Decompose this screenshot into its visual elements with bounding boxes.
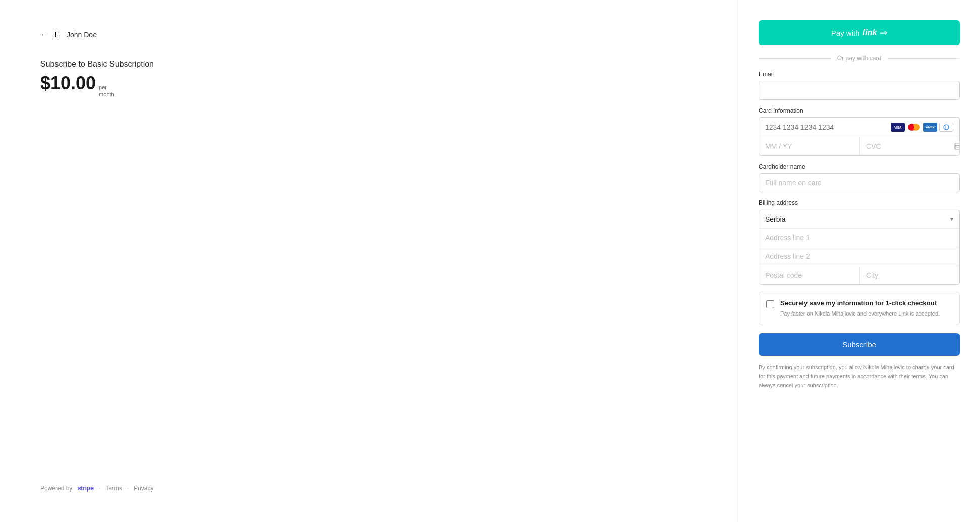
powered-by-text: Powered by bbox=[40, 485, 72, 492]
right-panel: Pay with link ⇒ Or pay with card Email C… bbox=[738, 0, 980, 522]
link-arrow-icon: ⇒ bbox=[880, 27, 887, 38]
footer: Powered by stripe · Terms · Privacy bbox=[40, 484, 153, 492]
postal-code-input[interactable] bbox=[759, 266, 860, 284]
page-container: ← 🖥 John Doe Subscribe to Basic Subscrip… bbox=[0, 0, 980, 522]
save-info-checkbox[interactable] bbox=[766, 300, 774, 308]
svg-point-2 bbox=[912, 124, 915, 131]
visa-icon: VISA bbox=[891, 123, 905, 132]
cvc-card-icon bbox=[954, 143, 960, 150]
dot-separator: · bbox=[99, 485, 100, 492]
card-number-input[interactable] bbox=[765, 123, 887, 131]
back-nav[interactable]: ← 🖥 John Doe bbox=[40, 30, 97, 39]
country-value: Serbia bbox=[765, 215, 950, 223]
save-info-sublabel: Pay faster on Nikola Mihajlovic and ever… bbox=[780, 310, 940, 317]
subscribe-button[interactable]: Subscribe bbox=[759, 333, 960, 356]
merchant-name: John Doe bbox=[67, 31, 97, 39]
stripe-logo: stripe bbox=[77, 484, 93, 492]
card-cvc-input[interactable] bbox=[866, 142, 954, 150]
privacy-link[interactable]: Privacy bbox=[134, 485, 153, 492]
country-select[interactable]: Serbia ▾ bbox=[759, 210, 959, 229]
svg-rect-6 bbox=[955, 145, 960, 146]
email-input[interactable] bbox=[759, 81, 960, 100]
left-panel: ← 🖥 John Doe Subscribe to Basic Subscrip… bbox=[0, 0, 738, 522]
address-line1-input[interactable] bbox=[759, 229, 959, 247]
cardholder-label: Cardholder name bbox=[759, 163, 960, 170]
save-info-title: Securely save my information for 1-click… bbox=[780, 299, 940, 307]
merchant-icon: 🖥 bbox=[53, 30, 62, 39]
price-row: $10.00 per month bbox=[40, 73, 114, 98]
card-cvc-row bbox=[860, 137, 960, 155]
card-number-row: VISA AMEX bbox=[759, 118, 959, 137]
card-exp-input[interactable] bbox=[759, 137, 860, 155]
diners-icon bbox=[939, 123, 953, 132]
link-brand-text: link bbox=[863, 28, 877, 37]
chevron-down-icon: ▾ bbox=[950, 216, 953, 223]
card-icons: VISA AMEX bbox=[891, 123, 953, 132]
svg-rect-7 bbox=[957, 147, 960, 148]
postal-city-row bbox=[759, 266, 959, 284]
price-amount: $10.00 bbox=[40, 73, 96, 94]
or-divider: Or pay with card bbox=[759, 55, 960, 62]
email-group: Email bbox=[759, 71, 960, 100]
or-divider-text: Or pay with card bbox=[837, 55, 881, 62]
card-info-box: VISA AMEX bbox=[759, 117, 960, 156]
mastercard-icon bbox=[907, 123, 921, 132]
cardholder-group: Cardholder name bbox=[759, 163, 960, 192]
save-info-text: Securely save my information for 1-click… bbox=[780, 299, 940, 318]
pay-with-link-button[interactable]: Pay with link ⇒ bbox=[759, 20, 960, 45]
card-info-label: Card information bbox=[759, 107, 960, 114]
card-exp-cvc-row bbox=[759, 137, 959, 155]
billing-address-label: Billing address bbox=[759, 199, 960, 206]
terms-link[interactable]: Terms bbox=[105, 485, 122, 492]
subscribe-title: Subscribe to Basic Subscription bbox=[40, 60, 154, 69]
card-info-group: Card information VISA AMEX bbox=[759, 107, 960, 156]
pay-with-text: Pay with bbox=[831, 29, 860, 37]
cardholder-input[interactable] bbox=[759, 173, 960, 192]
email-label: Email bbox=[759, 71, 960, 78]
price-period: per month bbox=[99, 84, 114, 98]
svg-point-3 bbox=[944, 125, 949, 130]
terms-text: By confirming your subscription, you all… bbox=[759, 363, 960, 390]
dot-separator2: · bbox=[127, 485, 129, 492]
amex-icon: AMEX bbox=[923, 123, 937, 132]
back-arrow-icon: ← bbox=[40, 30, 48, 39]
billing-address-box: Serbia ▾ bbox=[759, 210, 960, 285]
save-info-box: Securely save my information for 1-click… bbox=[759, 292, 960, 325]
address-line2-input[interactable] bbox=[759, 247, 959, 266]
billing-address-group: Billing address Serbia ▾ bbox=[759, 199, 960, 285]
city-input[interactable] bbox=[860, 266, 960, 284]
